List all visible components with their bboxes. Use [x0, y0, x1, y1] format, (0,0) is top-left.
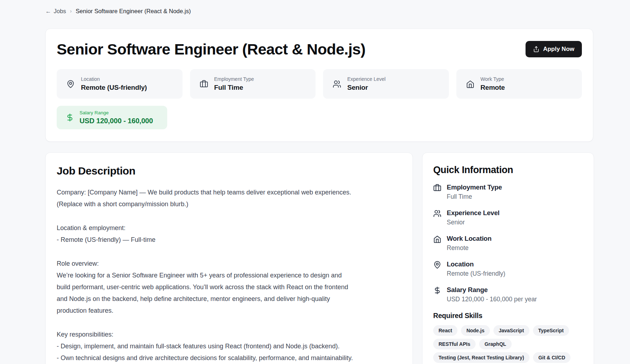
quick-info-label: Salary Range — [447, 286, 537, 294]
salary-label: Salary Range — [80, 110, 153, 115]
users-icon — [333, 80, 341, 88]
users-icon — [433, 209, 441, 218]
apply-now-button[interactable]: Apply Now — [526, 41, 582, 57]
page-title: Senior Software Engineer (React & Node.j… — [57, 41, 365, 58]
meta-card-work-type: Work Type Remote — [456, 69, 582, 99]
briefcase-icon — [200, 80, 208, 88]
quick-info-label: Experience Level — [447, 209, 500, 217]
upload-icon — [533, 46, 539, 52]
map-pin-icon — [66, 80, 75, 88]
job-description-paragraph: Location & employment: - Remote (US-frie… — [57, 222, 401, 246]
quick-info-label: Location — [447, 260, 505, 268]
job-description-card: Job Description Company: [Company Name] … — [45, 152, 413, 364]
job-description-paragraph: Company: [Company Name] — We build produ… — [57, 187, 401, 210]
home-icon — [466, 80, 475, 88]
meta-card-location: Location Remote (US-friendly) — [57, 69, 183, 99]
dollar-sign-icon — [66, 113, 74, 122]
quick-info-value: Remote — [447, 244, 492, 252]
meta-card-employment-type: Employment Type Full Time — [190, 69, 316, 99]
skill-chip: JavaScript — [493, 325, 529, 336]
skill-chip: Node.js — [461, 325, 490, 336]
breadcrumb-back-link[interactable]: ← Jobs — [45, 8, 66, 15]
meta-label: Work Type — [481, 76, 505, 82]
required-skills-list: React Node.js JavaScript TypeScript REST… — [433, 325, 583, 364]
quick-information-title: Quick Information — [433, 165, 583, 176]
skill-chip: React — [433, 325, 457, 336]
meta-value: Full Time — [214, 84, 254, 92]
briefcase-icon — [433, 183, 441, 192]
skill-chip: Testing (Jest, React Testing Library) — [433, 352, 529, 363]
quick-info-employment-type: Employment Type Full Time — [433, 183, 583, 201]
breadcrumb-current: Senior Software Engineer (React & Node.j… — [76, 8, 191, 15]
dollar-sign-icon — [433, 286, 441, 295]
quick-info-value: USD 120,000 - 160,000 per year — [447, 296, 537, 303]
meta-value: Senior — [347, 84, 385, 92]
quick-info-label: Employment Type — [447, 183, 502, 191]
salary-range-card: Salary Range USD 120,000 - 160,000 — [57, 106, 167, 129]
job-description-paragraph: Key responsibilities: - Design, implemen… — [57, 329, 401, 364]
quick-info-value: Senior — [447, 219, 500, 226]
skill-chip: RESTful APIs — [433, 339, 476, 349]
quick-info-value: Full Time — [447, 193, 502, 201]
skill-chip: GraphQL — [479, 339, 512, 349]
quick-info-salary-range: Salary Range USD 120,000 - 160,000 per y… — [433, 286, 583, 303]
salary-value: USD 120,000 - 160,000 — [80, 117, 153, 125]
breadcrumb: ← Jobs › Senior Software Engineer (React… — [45, 8, 191, 15]
job-header-card: Senior Software Engineer (React & Node.j… — [45, 28, 593, 142]
breadcrumb-back-label: Jobs — [54, 8, 66, 15]
quick-info-value: Remote (US-friendly) — [447, 270, 505, 277]
quick-info-location: Location Remote (US-friendly) — [433, 260, 583, 277]
arrow-left-icon: ← — [45, 8, 51, 15]
map-pin-icon — [433, 260, 441, 269]
meta-value: Remote — [481, 84, 505, 92]
meta-label: Employment Type — [214, 76, 254, 82]
quick-info-label: Work Location — [447, 235, 492, 243]
skill-chip: Git & CI/CD — [533, 352, 570, 363]
quick-info-work-location: Work Location Remote — [433, 235, 583, 252]
job-description-paragraph: Role overview: We’re looking for a Senio… — [57, 258, 401, 317]
quick-information-card: Quick Information Employment Type Full T… — [422, 152, 594, 364]
job-meta-cards: Location Remote (US-friendly) Employment… — [57, 69, 582, 99]
required-skills-title: Required Skills — [433, 312, 583, 320]
skill-chip: TypeScript — [533, 325, 569, 336]
chevron-right-icon: › — [70, 8, 72, 14]
job-description-title: Job Description — [57, 165, 401, 177]
apply-now-label: Apply Now — [543, 46, 574, 53]
meta-card-experience-level: Experience Level Senior — [323, 69, 449, 99]
meta-label: Location — [81, 76, 147, 82]
meta-label: Experience Level — [347, 76, 385, 82]
meta-value: Remote (US-friendly) — [81, 84, 147, 92]
quick-info-experience-level: Experience Level Senior — [433, 209, 583, 226]
home-icon — [433, 235, 441, 243]
